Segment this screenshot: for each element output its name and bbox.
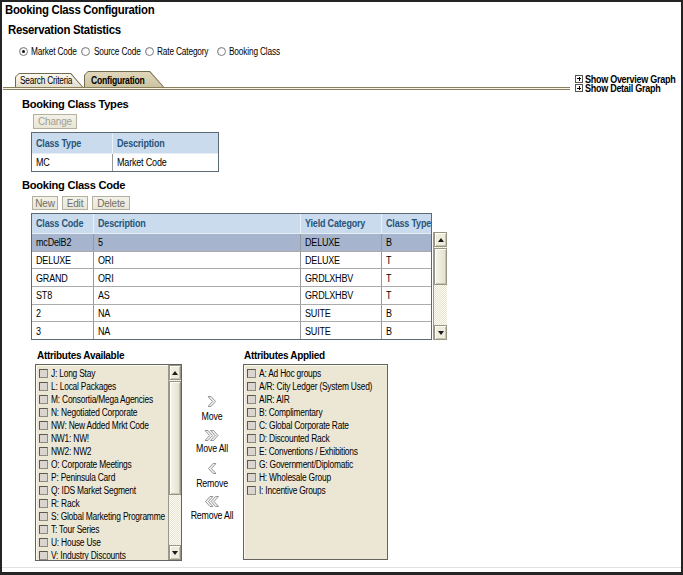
attribute-item[interactable]: M: Consortia/Mega Agencies: [39, 393, 172, 406]
attribute-item[interactable]: S: Global Marketing Programme: [39, 510, 182, 523]
scrollbar-thumb[interactable]: [169, 381, 181, 495]
attribute-item[interactable]: U: House Use: [39, 536, 110, 549]
table-row[interactable]: ST8ASGRDLXHBVT: [32, 286, 431, 305]
checkbox-icon[interactable]: [39, 395, 48, 404]
available-list-scrollbar[interactable]: [168, 365, 181, 560]
checkbox-icon[interactable]: [39, 369, 48, 378]
table-row[interactable]: mcDelB25DELUXEB: [32, 233, 431, 251]
checkbox-icon[interactable]: [39, 447, 48, 456]
table-cell: SUITE: [300, 305, 381, 323]
attribute-item[interactable]: NW: New Added Mrkt Code: [39, 419, 167, 432]
chevron-right-icon[interactable]: [208, 393, 217, 411]
edit-button[interactable]: Edit: [62, 196, 88, 210]
scroll-up-button[interactable]: [169, 365, 181, 380]
checkbox-icon[interactable]: [247, 486, 256, 495]
checkbox-icon[interactable]: [39, 473, 48, 482]
new-button[interactable]: New: [32, 196, 58, 210]
attribute-item[interactable]: N: Negotiated Corporate: [39, 406, 154, 419]
attribute-item[interactable]: H: Wholesale Group: [247, 471, 345, 484]
attribute-item[interactable]: J: Long Stay: [39, 367, 104, 380]
checkbox-icon[interactable]: [247, 395, 256, 404]
remove-all-button[interactable]: Remove All: [191, 510, 234, 521]
radio-rate-category[interactable]: Rate Category: [145, 44, 215, 58]
radio-circle-icon[interactable]: [145, 47, 154, 56]
checkbox-icon[interactable]: [247, 434, 256, 443]
attribute-item-label: T: Tour Series: [51, 524, 99, 535]
attribute-item[interactable]: G: Government/Diplomatic: [247, 458, 371, 471]
column-header[interactable]: Description: [112, 133, 218, 153]
radio-circle-icon[interactable]: [81, 47, 90, 56]
checkbox-icon[interactable]: [39, 460, 48, 469]
move-button[interactable]: Move: [202, 411, 223, 422]
scroll-down-button[interactable]: [434, 325, 447, 340]
column-header[interactable]: Description: [93, 214, 300, 233]
checkbox-icon[interactable]: [39, 525, 48, 534]
scroll-down-button[interactable]: [169, 545, 181, 560]
codes-table-scrollbar[interactable]: [433, 232, 447, 340]
radio-market-code[interactable]: Market Code: [19, 44, 89, 58]
plus-box-icon[interactable]: [575, 75, 583, 83]
plus-box-icon[interactable]: [575, 84, 583, 92]
tab-configuration[interactable]: Configuration: [84, 71, 165, 88]
column-header[interactable]: Yield Category: [300, 214, 381, 233]
chevron-left-icon[interactable]: [208, 460, 217, 478]
attribute-item[interactable]: I: Incentive Groups: [247, 484, 338, 497]
attribute-item[interactable]: Q: IDS Market Segment: [39, 484, 152, 497]
radio-booking-class[interactable]: Booking Class: [217, 44, 287, 58]
checkbox-icon[interactable]: [39, 551, 48, 560]
attribute-item[interactable]: NW1: NW!: [39, 432, 96, 445]
table-row[interactable]: 3NASUITEB: [32, 321, 431, 340]
attribute-item[interactable]: E: Conventions / Exhibitions: [247, 445, 377, 458]
chevron-double-right-icon[interactable]: [205, 427, 220, 445]
checkbox-icon[interactable]: [247, 473, 256, 482]
table-cell: MC: [32, 154, 112, 171]
checkbox-icon[interactable]: [39, 382, 48, 391]
radio-circle-icon[interactable]: [217, 47, 226, 56]
checkbox-icon[interactable]: [39, 421, 48, 430]
attribute-item[interactable]: V: Industry Discounts: [39, 549, 140, 561]
column-header[interactable]: Class Type: [381, 214, 431, 233]
checkbox-icon[interactable]: [247, 421, 256, 430]
change-button[interactable]: Change: [33, 114, 77, 129]
attribute-item[interactable]: R: Rack: [39, 497, 85, 510]
table-row[interactable]: 2NASUITEB: [32, 304, 431, 323]
attribute-item[interactable]: NW2: NW2: [39, 445, 99, 458]
table-cell: Market Code: [112, 154, 218, 171]
scroll-up-button[interactable]: [434, 232, 447, 247]
attribute-item[interactable]: T: Tour Series: [39, 523, 108, 536]
chevron-double-left-icon[interactable]: [205, 493, 220, 511]
checkbox-icon[interactable]: [247, 460, 256, 469]
checkbox-icon[interactable]: [39, 486, 48, 495]
remove-button[interactable]: Remove: [196, 478, 228, 489]
column-header[interactable]: Class Type: [32, 133, 112, 153]
radio-label: Rate Category: [157, 46, 208, 57]
checkbox-icon[interactable]: [247, 382, 256, 391]
attribute-item[interactable]: O: Corporate Meetings: [39, 458, 147, 471]
attribute-item[interactable]: P: Peninsula Card: [39, 471, 127, 484]
checkbox-icon[interactable]: [247, 447, 256, 456]
attribute-item[interactable]: B: Complimentary: [247, 406, 334, 419]
table-row[interactable]: MCMarket Code: [32, 153, 218, 171]
scrollbar-thumb[interactable]: [434, 248, 447, 285]
attribute-item[interactable]: A: Ad Hoc groups: [247, 367, 333, 380]
attribute-item[interactable]: AIR: AIR: [247, 393, 295, 406]
radio-circle-icon[interactable]: [19, 47, 28, 56]
checkbox-icon[interactable]: [247, 408, 256, 417]
delete-button[interactable]: Delete: [92, 196, 130, 210]
checkbox-icon[interactable]: [247, 369, 256, 378]
column-header[interactable]: Class Code: [32, 214, 93, 233]
checkbox-icon[interactable]: [39, 512, 48, 521]
attribute-item[interactable]: D: Discounted Rack: [247, 432, 343, 445]
checkbox-icon[interactable]: [39, 499, 48, 508]
move-all-button[interactable]: Move All: [196, 443, 228, 454]
checkbox-icon[interactable]: [39, 408, 48, 417]
table-row[interactable]: GRANDORIGRDLXHBVT: [32, 268, 431, 287]
attribute-item[interactable]: L: Local Packages: [39, 380, 128, 393]
checkbox-icon[interactable]: [39, 434, 48, 443]
attribute-item[interactable]: A/R: City Ledger (System Used): [247, 380, 388, 393]
tab-search-criteria[interactable]: Search Criteria: [15, 73, 84, 88]
table-row[interactable]: DELUXEORIDELUXET: [32, 251, 431, 270]
checkbox-icon[interactable]: [39, 538, 48, 547]
attribute-item[interactable]: C: Global Corporate Rate: [247, 419, 366, 432]
radio-source-code[interactable]: Source Code: [81, 44, 151, 58]
